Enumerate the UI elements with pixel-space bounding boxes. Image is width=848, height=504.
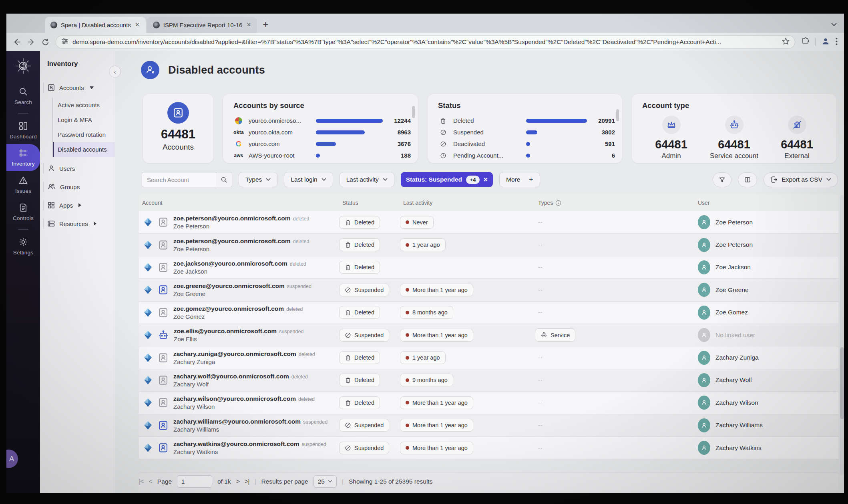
rail-item-settings[interactable]: Settings <box>6 233 40 260</box>
tree-guide <box>43 200 44 210</box>
refresh-icon[interactable] <box>42 38 49 46</box>
column-header-types[interactable]: Types <box>535 200 695 206</box>
card-scrollbar[interactable] <box>412 106 415 118</box>
status-label: Suspended <box>354 287 384 293</box>
tab-search-chevron-icon[interactable] <box>831 21 837 28</box>
status-cell: Suspended <box>339 442 400 454</box>
tab-strip: Spera | Disabled accounts × ISPM Executi… <box>6 14 844 33</box>
tab-ispm-report[interactable]: ISPM Executive Report 10-16 × <box>147 17 257 33</box>
chart-bar <box>316 154 320 158</box>
last-activity-pill: More than 1 year ago <box>400 396 473 409</box>
account-text: zachary.williams@yourco.onmicrosoft.coms… <box>173 418 328 433</box>
chart-bar <box>526 130 537 134</box>
sidebar-item-accounts[interactable]: Accounts <box>40 78 115 97</box>
page-number-input[interactable] <box>177 475 212 488</box>
tab-close-icon[interactable]: × <box>135 21 140 29</box>
tab-spera[interactable]: Spera | Disabled accounts × <box>45 17 146 33</box>
sidebar-item-resources[interactable]: Resources <box>40 214 115 233</box>
sidebar-item-disabled-accounts[interactable]: Disabled accounts <box>53 142 115 157</box>
status-cell: Deleted <box>339 261 400 274</box>
sidebar-item-users[interactable]: Users <box>40 159 115 178</box>
sidebar-item-login-mfa[interactable]: Login & MFA <box>53 112 115 127</box>
export-csv-button[interactable]: Export as CSV <box>764 172 838 187</box>
rail-item-dashboard[interactable]: Dashboard <box>6 117 40 144</box>
first-page-icon[interactable]: |< <box>139 478 144 485</box>
search-input[interactable] <box>142 172 216 187</box>
account-type-external: 64481 External <box>767 116 827 160</box>
table-row[interactable]: zoe.greene@yourco.onmicrosoft.comsuspend… <box>139 279 838 301</box>
column-header-last-activity[interactable]: Last activity <box>400 200 535 206</box>
table-row[interactable]: zoe.jackson@yourco.onmicrosoft.comdelete… <box>139 256 838 279</box>
rail-item-controls[interactable]: Controls <box>6 198 40 226</box>
column-header-account[interactable]: Account <box>139 200 339 206</box>
bookmark-star-icon[interactable] <box>782 38 790 47</box>
last-activity-filter-button[interactable]: Last activity <box>340 172 394 187</box>
user-cell: Zoe Jackson <box>695 260 838 274</box>
site-settings-icon[interactable] <box>61 38 68 46</box>
status-icon <box>345 264 351 270</box>
type-service-label: Service <box>551 332 570 338</box>
new-tab-button[interactable]: + <box>263 19 268 30</box>
chevron-down-icon <box>90 86 94 89</box>
column-header-status[interactable]: Status <box>339 200 400 206</box>
sidebar-collapse-button[interactable]: ‹ <box>109 66 121 78</box>
status-pill: Deleted <box>339 306 380 319</box>
rail-item-issues[interactable]: Issues <box>6 171 40 198</box>
tab-close-icon[interactable]: × <box>246 21 251 29</box>
types-filter-button[interactable]: Types <box>239 172 277 187</box>
user-name: Zoe Greene <box>715 286 749 294</box>
table-row[interactable]: zoe.ellis@yourco.onmicrosoft.comsuspende… <box>139 324 838 346</box>
sidebar-item-apps[interactable]: Apps <box>40 196 115 214</box>
prev-page-icon[interactable]: < <box>149 478 152 485</box>
next-page-icon[interactable]: > <box>236 478 239 485</box>
back-icon[interactable] <box>13 38 21 46</box>
table-row[interactable]: zachary.watkins@yourco.onmicrosoft.comsu… <box>139 437 838 459</box>
results-per-page-select[interactable]: 25 <box>313 475 337 488</box>
status-label: Deleted <box>354 377 374 383</box>
table-row[interactable]: zachary.wolf@yourco.onmicrosoft.comdelet… <box>139 369 838 392</box>
status-rows: Deleted 20991 Suspended 3802 Deactivated… <box>428 110 622 161</box>
sidebar-item-label: Resources <box>59 220 88 227</box>
user-avatar[interactable]: A <box>6 450 18 468</box>
sidebar-item-active-accounts[interactable]: Active accounts <box>53 98 115 112</box>
table-row[interactable]: zachary.wilson@yourco.onmicrosoft.comdel… <box>139 392 838 414</box>
remove-filter-icon[interactable]: × <box>484 176 488 184</box>
profile-icon[interactable] <box>821 37 830 47</box>
sidebar-item-password-rotation[interactable]: Password rotation <box>53 127 115 142</box>
forward-icon[interactable] <box>27 38 35 46</box>
columns-button[interactable] <box>738 172 757 187</box>
status-cell: Deleted <box>339 238 400 251</box>
last-activity-pill: More than 1 year ago <box>400 419 473 432</box>
table-row[interactable]: zoe.peterson@yourco.onmicrosoft.comdelet… <box>139 211 838 234</box>
rail-item-search[interactable]: Search <box>6 82 40 110</box>
card-scrollbar[interactable] <box>616 109 619 121</box>
last-page-icon[interactable]: >| <box>245 478 249 485</box>
extensions-icon[interactable] <box>802 37 810 47</box>
url-text[interactable]: demo.spera-demo.com/inventory/accounts/d… <box>72 38 778 46</box>
sidebar-item-groups[interactable]: Groups <box>40 178 115 196</box>
more-filters-button[interactable]: More + <box>499 172 540 187</box>
status-filter-chip[interactable]: Status: Suspended +4 × <box>401 172 493 187</box>
address-bar[interactable]: demo.spera-demo.com/inventory/accounts/d… <box>56 35 795 49</box>
page-scrollbar-thumb[interactable] <box>840 347 844 419</box>
chevron-right-icon <box>78 203 81 207</box>
account-email: zoe.peterson@yourco.onmicrosoft.com <box>173 215 290 222</box>
page-scrollbar[interactable] <box>840 195 844 475</box>
search-icon[interactable] <box>216 172 232 187</box>
filter-funnel-button[interactable] <box>713 172 731 187</box>
account-cell: zachary.watkins@yourco.onmicrosoft.comsu… <box>139 440 339 455</box>
table-row[interactable]: zoe.peterson@yourco.onmicrosoft.comdelet… <box>139 234 838 256</box>
account-email: zachary.williams@yourco.onmicrosoft.com <box>173 418 301 425</box>
column-header-user[interactable]: User <box>695 200 838 206</box>
rail-item-inventory[interactable]: Inventory <box>6 144 40 171</box>
table-row[interactable]: zoe.gomez@yourco.onmicrosoft.comdeleted … <box>139 302 838 324</box>
chevron-down-icon <box>328 480 332 483</box>
page-of-label: of 1k <box>217 478 231 485</box>
user-icon <box>47 164 55 172</box>
table-row[interactable]: zachary.williams@yourco.onmicrosoft.coms… <box>139 414 838 437</box>
last-activity-label: Never <box>412 219 428 226</box>
last-login-filter-button[interactable]: Last login <box>284 172 333 187</box>
menu-kebab-icon[interactable] <box>836 38 838 47</box>
account-type-icon <box>158 307 169 318</box>
table-row[interactable]: zachary.zuniga@yourco.onmicrosoft.comdel… <box>139 346 838 369</box>
